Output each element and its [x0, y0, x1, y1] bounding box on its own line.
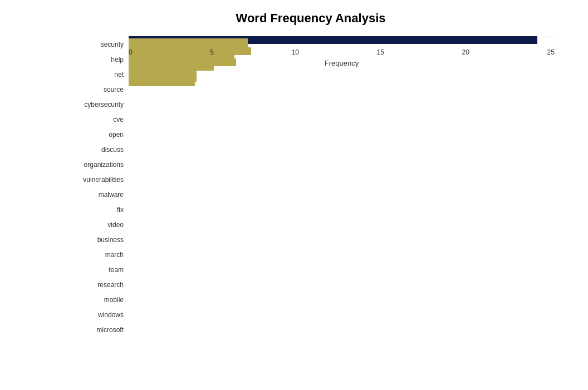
y-label-team: team: [67, 266, 124, 273]
chart-container: Word Frequency Analysis securityhelpnets…: [0, 0, 588, 390]
y-label-source: source: [67, 86, 124, 93]
x-tick-25: 25: [547, 48, 555, 56]
y-label-discuss: discuss: [67, 146, 124, 153]
y-label-malware: malware: [67, 191, 124, 198]
bar-row-microsoft: [129, 81, 555, 83]
y-label-business: business: [67, 236, 124, 243]
y-label-open: open: [67, 131, 124, 138]
y-label-research: research: [67, 282, 124, 288]
y-label-fix: fix: [67, 206, 124, 213]
y-label-windows: windows: [67, 312, 124, 318]
y-label-video: video: [67, 221, 124, 228]
y-label-net: net: [67, 71, 124, 78]
y-label-microsoft: microsoft: [67, 327, 124, 333]
bar-microsoft: [129, 78, 195, 86]
y-label-vulnerabilities: vulnerabilities: [67, 176, 124, 183]
y-label-security: security: [67, 41, 124, 48]
y-label-cve: cve: [67, 116, 124, 123]
x-axis-title: Frequency: [129, 59, 555, 67]
y-label-help: help: [67, 56, 124, 63]
y-axis-labels: securityhelpnetsourcecybersecuritycveope…: [67, 37, 128, 338]
x-tick-10: 10: [292, 48, 299, 56]
x-tick-15: 15: [377, 48, 384, 56]
y-label-organizations: organizations: [67, 161, 124, 168]
x-tick-20: 20: [462, 48, 469, 56]
x-tick-5: 5: [210, 48, 214, 56]
x-tick-0: 0: [129, 48, 133, 56]
y-label-cybersecurity: cybersecurity: [67, 101, 124, 108]
y-label-march: march: [67, 251, 124, 258]
y-label-mobile: mobile: [67, 297, 124, 303]
chart-title: Word Frequency Analysis: [67, 11, 555, 26]
plot-area: 0510152025 Frequency: [128, 37, 555, 37]
